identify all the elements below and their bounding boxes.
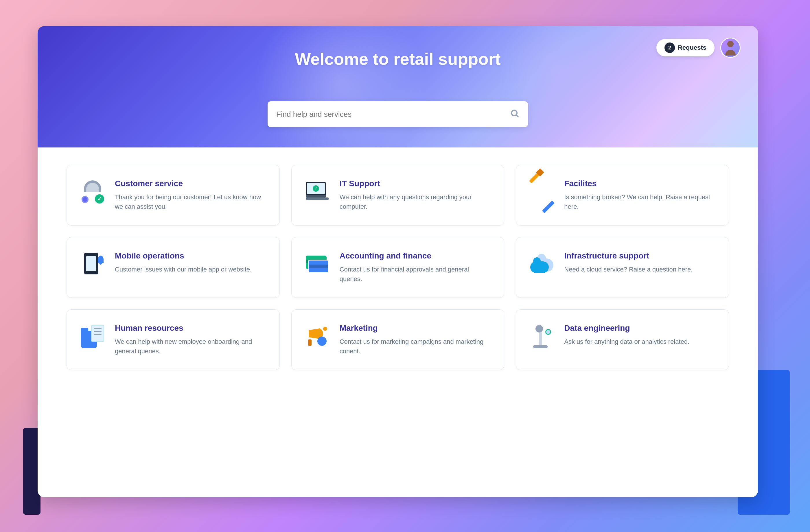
service-card-accounting[interactable]: Accounting and finance Contact us for fi…	[291, 237, 504, 298]
service-card-marketing[interactable]: Marketing Contact us for marketing campa…	[291, 310, 504, 370]
banner-top-right: 2 Requests	[657, 37, 741, 58]
card-desc: Contact us for marketing campaigns and m…	[340, 337, 491, 356]
requests-count: 2	[664, 43, 675, 53]
search-bar	[268, 101, 528, 127]
card-desc: Contact us for financial approvals and g…	[340, 265, 491, 284]
it-support-icon: ✓	[304, 179, 330, 205]
requests-badge[interactable]: 2 Requests	[657, 39, 715, 56]
service-card-customer-service[interactable]: ✓ Customer service Thank you for being o…	[67, 165, 280, 226]
services-grid: ✓ Customer service Thank you for being o…	[67, 165, 729, 370]
banner: 2 Requests Welcome to retail support	[37, 26, 758, 148]
card-text-marketing: Marketing Contact us for marketing campa…	[340, 323, 491, 356]
service-card-infrastructure[interactable]: Infrastructure support Need a cloud serv…	[516, 237, 729, 298]
accounting-icon	[304, 251, 330, 277]
search-input[interactable]	[276, 110, 510, 119]
service-card-mobile[interactable]: Mobile operations Customer issues with o…	[67, 237, 280, 298]
card-desc: Is something broken? We can help. Raise …	[564, 192, 716, 211]
card-title: Facilites	[564, 179, 716, 188]
service-card-facilities[interactable]: Facilites Is something broken? We can he…	[516, 165, 729, 226]
card-title: Data engineering	[564, 323, 716, 333]
card-text-mobile: Mobile operations Customer issues with o…	[115, 251, 267, 274]
card-title: Infrastructure support	[564, 251, 716, 261]
content-area: ✓ Customer service Thank you for being o…	[37, 148, 758, 497]
card-title: Customer service	[115, 179, 267, 188]
page-title: Welcome to retail support	[295, 49, 500, 68]
card-text-infrastructure: Infrastructure support Need a cloud serv…	[564, 251, 716, 274]
card-desc: Customer issues with our mobile app or w…	[115, 265, 267, 274]
card-title: IT Support	[340, 179, 491, 188]
card-title: Mobile operations	[115, 251, 267, 261]
service-card-it-support[interactable]: ✓ IT Support We can help with any questi…	[291, 165, 504, 226]
avatar[interactable]	[720, 37, 741, 58]
search-bar-container	[268, 101, 528, 127]
card-title: Human resources	[115, 323, 267, 333]
card-desc: We can help with any questions regarding…	[340, 192, 491, 211]
marketing-icon	[304, 323, 330, 350]
user-avatar-image	[721, 38, 740, 57]
card-text-customer-service: Customer service Thank you for being our…	[115, 179, 267, 211]
outer-wrapper: 2 Requests Welcome to retail support	[29, 17, 781, 515]
card-desc: Ask us for anything data or analytics re…	[564, 337, 716, 346]
card-text-accounting: Accounting and finance Contact us for fi…	[340, 251, 491, 284]
card-desc: Thank you for being our customer! Let us…	[115, 192, 267, 211]
svg-point-0	[512, 110, 517, 116]
data-engineering-icon	[529, 323, 555, 350]
service-card-hr[interactable]: Human resources We can help with new emp…	[67, 310, 280, 370]
facilities-icon	[529, 179, 555, 205]
hr-icon	[80, 323, 106, 350]
infrastructure-icon	[529, 251, 555, 277]
card-text-facilities: Facilites Is something broken? We can he…	[564, 179, 716, 211]
svg-line-1	[516, 115, 518, 117]
customer-service-icon: ✓	[80, 179, 106, 205]
card-desc: We can help with new employee onboarding…	[115, 337, 267, 356]
main-card: 2 Requests Welcome to retail support	[37, 26, 758, 497]
card-desc: Need a cloud service? Raise a question h…	[564, 265, 716, 274]
search-icon	[510, 109, 519, 120]
service-card-data[interactable]: Data engineering Ask us for anything dat…	[516, 310, 729, 370]
card-title: Marketing	[340, 323, 491, 333]
mobile-operations-icon	[80, 251, 106, 277]
card-text-it-support: IT Support We can help with any question…	[340, 179, 491, 211]
requests-label: Requests	[678, 44, 707, 51]
card-title: Accounting and finance	[340, 251, 491, 261]
card-text-data: Data engineering Ask us for anything dat…	[564, 323, 716, 346]
card-text-hr: Human resources We can help with new emp…	[115, 323, 267, 356]
